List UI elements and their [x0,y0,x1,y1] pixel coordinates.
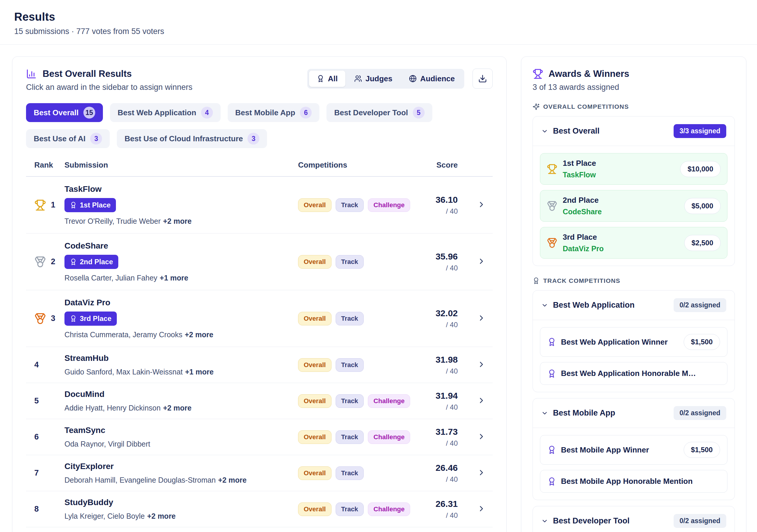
score-denominator: / 40 [416,321,458,329]
member-names: Christa Cummerata, Jeramy Crooks [65,330,182,339]
table-row-teamsync[interactable]: 6 TeamSync Oda Raynor, Virgil Dibbert Ov… [26,419,493,455]
score-value: 26.31 [416,499,458,509]
award-label: Best Web Application Honorable Mention [561,369,700,378]
assigned-status-badge: 3/3 assigned [674,124,726,138]
competition-chip-track: Track [336,358,364,372]
card-header-best-developer-tool[interactable]: Best Developer Tool 0/2 assigned [533,506,735,532]
place-label: 3rd Place [563,233,604,242]
award-label: Best Mobile App Winner [561,445,649,455]
chip-label: Best Web Application [118,108,197,117]
winner-row-1st-place[interactable]: 1st Place TaskFlow $10,000 [540,153,727,185]
winning-project: CodeShare [563,207,602,216]
export-download-button[interactable] [472,69,493,89]
tab-all[interactable]: All [309,71,346,87]
table-row-taskflow[interactable]: 1 TaskFlow 1st Place Trevor O'Reilly, Tr… [26,177,493,233]
card-header-best-overall[interactable]: Best Overall 3/3 assigned [533,116,735,146]
row-expand-chevron[interactable] [477,396,486,406]
prize-amount: $1,500 [684,442,720,458]
submission-cell: DocuMind Addie Hyatt, Henry Dickinson+2 … [65,390,298,412]
main-content: Best Overall Results Click an award in t… [0,44,757,532]
table-row-studybuddy[interactable]: 8 StudyBuddy Lyla Kreiger, Cielo Boyle+2… [26,491,493,527]
award-ribbon-icon [547,477,556,486]
row-expand-chevron[interactable] [477,313,486,324]
award-icon [317,75,324,82]
score-denominator: / 40 [416,367,458,375]
award-row-best-mobile-app-honorable-mention[interactable]: Best Mobile App Honorable Mention [540,470,727,493]
winner-row-2nd-place[interactable]: 2nd Place CodeShare $5,000 [540,190,727,222]
row-expand-chevron[interactable] [477,504,486,514]
competition-chip-overall: Overall [298,312,331,325]
row-expand-chevron[interactable] [477,200,486,210]
competition-chip-overall: Overall [298,394,331,408]
bar-chart-icon [26,69,37,79]
table-row-cityexplorer[interactable]: 7 CityExplorer Deborah Hamill, Evangelin… [26,455,493,491]
tab-judges[interactable]: Judges [347,71,400,87]
row-expand-chevron[interactable] [477,257,486,267]
score-cell: 26.46 / 40 [416,463,469,484]
filter-chip-best-web-application[interactable]: Best Web Application 4 [110,103,221,122]
competition-chip-challenge: Challenge [368,502,410,516]
award-row-best-web-application-honorable-mention[interactable]: Best Web Application Honorable Mention [540,362,727,385]
team-members: Rosella Carter, Julian Fahey+1 more [65,274,298,282]
submission-cell: TeamSync Oda Raynor, Virgil Dibbert [65,426,298,448]
filter-chip-best-mobile-app[interactable]: Best Mobile App 6 [228,103,320,122]
submission-name: DataViz Pro [65,298,298,308]
row-expand-chevron[interactable] [477,432,486,442]
award-row-best-web-application-winner[interactable]: Best Web Application Winner $1,500 [540,327,727,357]
card-body: 1st Place TaskFlow $10,000 2nd Place Cod… [533,146,735,266]
member-names: Trevor O'Reilly, Trudie Weber [65,217,161,225]
competition-chip-challenge: Challenge [368,430,410,444]
card-header-best-web-application[interactable]: Best Web Application 0/2 assigned [533,290,735,320]
more-members: +1 more [160,274,188,282]
row-expand-chevron[interactable] [477,360,486,370]
trophy-icon [532,69,543,79]
score-value: 31.98 [416,355,458,365]
table-row-dataviz-pro[interactable]: 3 DataViz Pro 3rd Place Christa Cummerat… [26,290,493,347]
rank-number: 1 [51,200,55,210]
tab-audience[interactable]: Audience [401,71,463,87]
member-names: Guido Sanford, Max Lakin-Weissnat [65,368,183,376]
winner-row-3rd-place[interactable]: 3rd Place DataViz Pro $2,500 [540,227,727,259]
prize-amount: $1,500 [684,334,720,350]
competition-chip-challenge: Challenge [368,198,410,212]
results-panel-title: Best Overall Results [43,69,132,79]
score-value: 26.46 [416,463,458,473]
score-denominator: / 40 [416,511,458,519]
filter-chip-best-developer-tool[interactable]: Best Developer Tool 5 [326,103,432,122]
table-row-streamhub[interactable]: 4 StreamHub Guido Sanford, Max Lakin-Wei… [26,347,493,383]
competition-chip-overall: Overall [298,466,331,480]
winning-project: DataViz Pro [563,245,604,253]
table-row-codeshare[interactable]: 2 CodeShare 2nd Place Rosella Carter, Ju… [26,233,493,290]
card-body: Best Web Application Winner $1,500 Best … [533,320,735,392]
competitions-cell: Overall Track Challenge [298,430,416,444]
chevron-right-icon [477,396,486,405]
row-expand-chevron[interactable] [477,468,486,478]
award-card-best-web-application: Best Web Application 0/2 assigned Best W… [532,290,735,392]
filter-chip-best-overall[interactable]: Best Overall 15 [26,103,103,122]
tab-judges-label: Judges [366,74,392,83]
assigned-status-badge: 0/2 assigned [674,514,726,528]
award-icon [70,202,77,209]
chevron-right-icon [477,432,486,441]
filter-chip-best-use-of-cloud-infrastructure[interactable]: Best Use of Cloud Infrastructure 3 [117,129,267,148]
users-icon [354,75,362,82]
results-controls: All Judges Audience [307,69,493,89]
section-label-track-competitions: TRACK COMPETITIONS [532,277,735,284]
award-row-best-mobile-app-winner[interactable]: Best Mobile App Winner $1,500 [540,435,727,465]
competition-chip-track: Track [336,312,364,325]
score-cell: 31.98 / 40 [416,355,469,375]
award-card-best-overall: Best Overall 3/3 assigned 1st Place Task… [532,116,735,266]
submission-name: CodeShare [65,241,298,251]
submission-name: StreamHub [65,353,298,363]
card-header-best-mobile-app[interactable]: Best Mobile App 0/2 assigned [533,399,735,428]
card-title: Best Overall [553,127,600,136]
chip-label: Best Use of Cloud Infrastructure [125,134,243,143]
chip-count-badge: 15 [83,107,95,119]
place-label: 2nd Place [563,196,602,205]
competitions-cell: Overall Track [298,358,416,372]
table-row-documind[interactable]: 5 DocuMind Addie Hyatt, Henry Dickinson+… [26,383,493,419]
rank-cell: 8 [26,505,65,514]
awards-panel-title: Awards & Winners [549,69,629,79]
competitions-cell: Overall Track Challenge [298,502,416,516]
filter-chip-best-use-of-ai[interactable]: Best Use of AI 3 [26,129,110,148]
